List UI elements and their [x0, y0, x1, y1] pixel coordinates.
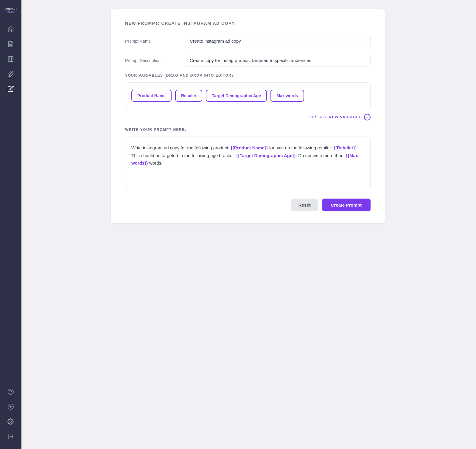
sidebar-item-settings[interactable] [4, 415, 17, 428]
prompt-description-label: Prompt Description [125, 58, 179, 63]
prompt-description-row: Prompt Description [125, 54, 371, 67]
logout-icon [7, 433, 14, 440]
create-prompt-button[interactable]: Create Prompt [322, 199, 371, 211]
sidebar: prompt logic© [0, 0, 21, 449]
sidebar-item-table[interactable] [4, 52, 17, 66]
prompt-text-plain4: . Do not write more than: [296, 153, 346, 158]
document-icon [7, 41, 14, 47]
sidebar-item-logout[interactable] [4, 430, 17, 443]
prompt-name-row: Prompt Name [125, 35, 371, 47]
variables-box: Product Name Retailer Target Demographic… [125, 82, 371, 109]
sidebar-item-edit[interactable] [4, 82, 17, 95]
sidebar-item-home[interactable] [4, 23, 17, 36]
create-variable-button[interactable]: CREATE NEW VARIABLE + [310, 114, 371, 120]
svg-rect-2 [8, 57, 13, 62]
write-prompt-label: WRITE YOUR PROMPT HERE: [125, 128, 371, 132]
prompt-name-label: Prompt Name [125, 39, 179, 44]
svg-point-12 [10, 421, 12, 422]
sidebar-item-help[interactable] [4, 385, 17, 398]
main-content: NEW PROMPT: CREATE INSTAGRAM AD COPY Pro… [21, 0, 476, 449]
settings-icon [7, 418, 14, 425]
sidebar-item-document[interactable] [4, 38, 17, 51]
create-variable-row: CREATE NEW VARIABLE + [125, 114, 371, 120]
prompt-editor[interactable]: Write instagram ad copy for the followin… [125, 137, 371, 190]
prompt-var1: {{Product Name}} [231, 145, 268, 150]
create-variable-icon: + [364, 114, 371, 120]
prompt-var2: {{Retailer}} [333, 145, 357, 150]
variable-chip-retailer[interactable]: Retailer [175, 90, 202, 102]
prompt-description-input[interactable] [185, 54, 371, 67]
help-icon [7, 388, 14, 395]
prompt-text-plain5: words. [148, 160, 162, 165]
page-title: NEW PROMPT: CREATE INSTAGRAM AD COPY [125, 21, 371, 26]
variable-chip-target-demographic-age[interactable]: Target Demographic Age [206, 90, 267, 102]
billing-icon [7, 403, 14, 410]
form-card: NEW PROMPT: CREATE INSTAGRAM AD COPY Pro… [111, 9, 385, 223]
edit-icon [7, 86, 14, 92]
svg-point-7 [8, 389, 13, 394]
variable-chip-product-name[interactable]: Product Name [131, 90, 172, 102]
actions-row: Reset Create Prompt [125, 199, 371, 211]
prompt-text-plain2: for sale on the following retailer: [268, 145, 333, 150]
logo-text-top: prompt [5, 7, 17, 10]
logo-text-bottom: logic© [7, 10, 14, 13]
variable-chip-max-words[interactable]: Max words [270, 90, 304, 102]
sidebar-bottom [4, 385, 17, 445]
variables-section-label: YOUR VARIABLES (DRAG AND DROP INTO EDITO… [125, 73, 371, 78]
logo: prompt logic© [4, 4, 17, 17]
sidebar-item-billing[interactable] [4, 400, 17, 413]
table-icon [7, 56, 14, 62]
home-icon [7, 26, 14, 32]
create-variable-label: CREATE NEW VARIABLE [310, 115, 362, 119]
prompt-text-plain1: Write instagram ad copy for the followin… [131, 145, 231, 150]
prompt-name-input[interactable] [185, 35, 371, 47]
sidebar-nav [4, 23, 17, 385]
prompt-var3: {{Target Demographic Age}} [236, 153, 296, 158]
sidebar-item-clip[interactable] [4, 67, 17, 80]
clip-icon [7, 71, 14, 77]
reset-button[interactable]: Reset [291, 199, 318, 211]
